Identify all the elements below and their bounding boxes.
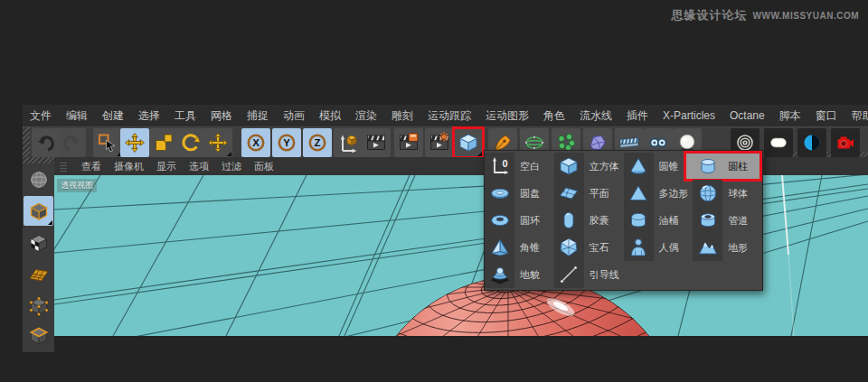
primitive-item-地貌[interactable]: 地貌: [485, 261, 554, 288]
primitive-label: 平面: [584, 187, 609, 200]
primitive-item-油桶[interactable]: 油桶: [624, 207, 693, 234]
menu-item-脚本[interactable]: 脚本: [779, 108, 801, 124]
render-queue-button[interactable]: [425, 128, 454, 157]
menu-item-流水线[interactable]: 流水线: [580, 108, 612, 124]
menu-item-工具[interactable]: 工具: [175, 108, 196, 124]
plane-icon: [558, 182, 580, 204]
capsule-icon: [558, 210, 580, 231]
menu-item-模拟[interactable]: 模拟: [319, 108, 341, 124]
primitive-item-宝石[interactable]: 宝石: [554, 234, 624, 261]
primitive-item-立方体[interactable]: 立方体: [554, 153, 624, 180]
menu-item-X-Particles[interactable]: X-Particles: [663, 109, 715, 122]
menu-item-渲染[interactable]: 渲染: [355, 108, 377, 124]
move-tool-button[interactable]: [120, 128, 149, 157]
menu-item-窗口[interactable]: 窗口: [816, 108, 837, 124]
primitive-item-圆盘[interactable]: 圆盘: [485, 180, 554, 207]
menu-item-帮助[interactable]: 帮助: [852, 108, 868, 124]
primitive-item-多边形[interactable]: 多边形: [624, 180, 693, 207]
menu-item-文件[interactable]: 文件: [30, 108, 52, 124]
dropdown-column: 圆柱球体管道地形: [693, 153, 762, 288]
last-tool-button[interactable]: [203, 128, 232, 157]
scale-tool-button[interactable]: [149, 128, 178, 157]
rectangle-selection-button[interactable]: [93, 128, 122, 157]
primitive-item-胶囊[interactable]: 胶囊: [554, 207, 624, 234]
viewport-menu-摄像机[interactable]: 摄像机: [114, 160, 144, 173]
landscape-icon: [697, 237, 719, 258]
viewport-menu-显示[interactable]: 显示: [156, 160, 176, 173]
primitive-item-圆柱[interactable]: 圆柱: [693, 153, 762, 180]
lock-y-axis-button[interactable]: Y: [272, 128, 301, 157]
move-tool-icon: [207, 132, 229, 154]
primitive-item-圆环[interactable]: 圆环: [485, 207, 554, 234]
primitive-label: 圆锥: [654, 160, 679, 173]
lock-x-axis-button[interactable]: X: [241, 128, 270, 157]
menu-item-Octane[interactable]: Octane: [730, 109, 765, 122]
select-tool-icon: [97, 132, 118, 154]
mode-sidebar: [23, 157, 54, 352]
primitive-item-角锥[interactable]: 角锥: [485, 234, 554, 261]
rotate-tool-button[interactable]: [176, 128, 205, 157]
menu-item-运动图形[interactable]: 运动图形: [486, 108, 529, 124]
menu-item-运动跟踪[interactable]: 运动跟踪: [428, 108, 471, 124]
primitive-item-平面[interactable]: 平面: [554, 180, 624, 207]
texture-mode-button[interactable]: [24, 228, 53, 257]
rotate-tool-icon: [180, 132, 202, 154]
oiltank-icon: [627, 210, 649, 231]
primitive-label: 立方体: [584, 160, 619, 173]
plugin-contrast-button[interactable]: [797, 128, 826, 157]
primitive-label: 地形: [722, 241, 748, 255]
menu-item-编辑[interactable]: 编辑: [66, 108, 88, 124]
menu-item-选择[interactable]: 选择: [138, 108, 160, 124]
tube-icon: [697, 210, 719, 231]
menu-item-雕刻[interactable]: 雕刻: [392, 108, 413, 124]
viewport-menu-选项[interactable]: 选项: [189, 160, 209, 173]
primitive-item-地形[interactable]: 地形: [693, 234, 762, 261]
render-view-button[interactable]: [362, 128, 391, 157]
primitive-label: 多边形: [654, 187, 689, 200]
add-primitive-cube-button[interactable]: [454, 128, 483, 157]
primitive-item-引导线[interactable]: 引导线: [554, 261, 624, 288]
points-mode-button[interactable]: [24, 291, 53, 321]
viewport-menu-grip[interactable]: [60, 161, 67, 172]
coordinate-system-button[interactable]: [334, 128, 363, 157]
gem-icon: [558, 237, 580, 258]
primitive-item-圆锥[interactable]: 圆锥: [624, 153, 693, 180]
menu-item-网格[interactable]: 网格: [211, 108, 232, 124]
toolbar-grip[interactable]: [23, 127, 30, 158]
edges-mode-button[interactable]: [24, 321, 53, 350]
undo-icon: [35, 132, 57, 154]
primitive-item-管道[interactable]: 管道: [693, 207, 762, 234]
menu-item-动画[interactable]: 动画: [283, 108, 305, 124]
plugin-camera-button[interactable]: [831, 128, 860, 157]
cube-primitive-icon: [458, 132, 479, 154]
render-settings-button[interactable]: [394, 128, 423, 157]
primitive-item-人偶[interactable]: 人偶: [624, 234, 693, 261]
svg-text:Y: Y: [283, 137, 290, 148]
primitive-item-空白[interactable]: 0空白: [485, 153, 554, 180]
primitive-item-球体[interactable]: 球体: [693, 180, 762, 207]
viewport-menu-查看[interactable]: 查看: [81, 160, 101, 173]
menu-bar: 文件编辑创建选择工具网格捕捉动画模拟渲染雕刻运动跟踪运动图形角色流水线插件X-P…: [23, 105, 868, 126]
workplane-mode-button[interactable]: [24, 259, 53, 289]
menu-item-捕捉[interactable]: 捕捉: [247, 108, 269, 124]
redo-icon: [61, 132, 82, 154]
plugin-area-light-button[interactable]: [764, 128, 793, 157]
menu-item-插件[interactable]: 插件: [627, 108, 648, 124]
pyramid-icon: [489, 237, 511, 258]
primitive-label: 宝石: [584, 241, 609, 255]
viewport-menu-面板[interactable]: 面板: [254, 160, 274, 173]
lock-z-axis-button[interactable]: Z: [303, 128, 332, 157]
menu-item-创建[interactable]: 创建: [102, 108, 124, 124]
redo-button[interactable]: [57, 128, 86, 157]
menu-item-角色[interactable]: 角色: [543, 108, 565, 124]
workplane-icon: [28, 264, 50, 285]
model-mode-button[interactable]: [24, 196, 53, 226]
sidebar-grip[interactable]: [23, 157, 54, 163]
axis-circle-icon: Y: [276, 132, 297, 154]
viewport-menu-过滤[interactable]: 过滤: [222, 160, 241, 173]
viewport-label: 透视视图: [57, 179, 97, 192]
make-editable-button[interactable]: [24, 164, 53, 194]
contrast-icon: [801, 132, 823, 154]
primitive-label: 圆环: [514, 214, 540, 228]
primitive-label: 人偶: [654, 241, 679, 255]
